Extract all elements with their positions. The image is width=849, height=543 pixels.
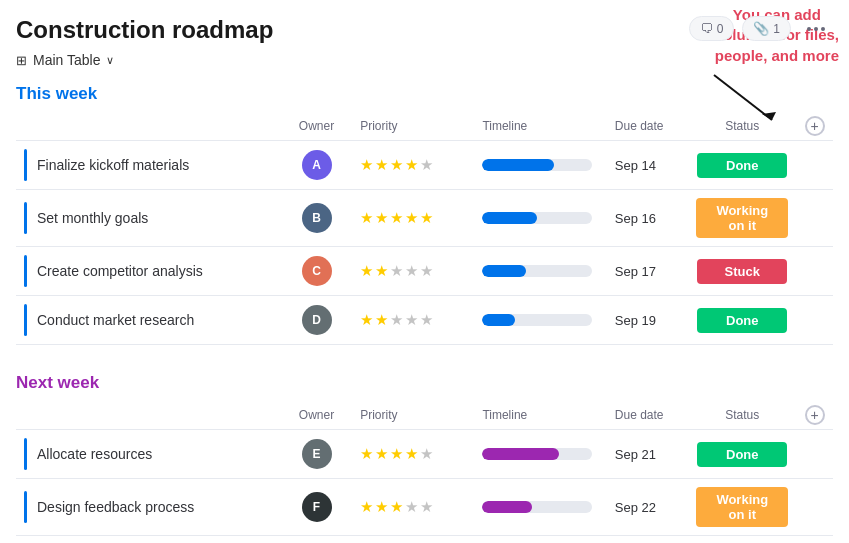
col-header-duedate-nw: Due date	[607, 401, 688, 430]
star-filled: ★	[420, 209, 433, 227]
star-empty: ★	[405, 311, 418, 329]
duedate-cell: Sep 19	[607, 296, 688, 345]
comments-control[interactable]: 🗨 0	[689, 16, 735, 41]
add-column-button-nextweek[interactable]: +	[805, 405, 825, 425]
star-filled: ★	[360, 311, 373, 329]
timeline-bar	[482, 212, 592, 224]
status-cell: Done	[688, 430, 796, 479]
status-badge[interactable]: Done	[697, 442, 787, 467]
timeline-fill	[482, 448, 559, 460]
due-date-text: Sep 21	[615, 447, 656, 462]
due-date-text: Sep 22	[615, 500, 656, 515]
status-badge[interactable]: Working on it	[696, 487, 788, 527]
table-row[interactable]: Set monthly goals B ★★★★★ Sep 16 Working…	[16, 190, 833, 247]
comments-count: 0	[717, 22, 724, 36]
due-date-text: Sep 17	[615, 264, 656, 279]
annotation-arrow	[704, 70, 784, 128]
timeline-cell	[474, 296, 606, 345]
star-empty: ★	[405, 498, 418, 516]
star-rating: ★★★★★	[360, 445, 466, 463]
status-cell: Done	[688, 141, 796, 190]
priority-cell: ★★★★★	[352, 296, 474, 345]
timeline-fill	[482, 501, 532, 513]
more-options-button[interactable]	[799, 23, 833, 35]
col-header-timeline: Timeline	[474, 112, 606, 141]
avatar: D	[302, 305, 332, 335]
star-filled: ★	[375, 311, 388, 329]
star-empty: ★	[420, 156, 433, 174]
this-week-table: Owner Priority Timeline Due date Status …	[16, 112, 833, 345]
priority-cell: ★★★★★	[352, 247, 474, 296]
task-bar	[24, 304, 27, 336]
table-row[interactable]: Allocate resources E ★★★★★ Sep 21 Done	[16, 430, 833, 479]
star-filled: ★	[360, 209, 373, 227]
col-header-duedate: Due date	[607, 112, 688, 141]
star-filled: ★	[360, 445, 373, 463]
task-bar	[24, 202, 27, 234]
star-rating: ★★★★★	[360, 209, 466, 227]
table-row[interactable]: Develop communication plan G ★★★★★ Sep 2…	[16, 536, 833, 544]
status-cell: Working on it	[688, 479, 796, 536]
avatar: F	[302, 492, 332, 522]
table-row[interactable]: Create competitor analysis C ★★★★★ Sep 1…	[16, 247, 833, 296]
status-badge[interactable]: Done	[697, 308, 787, 333]
task-cell: Create competitor analysis	[16, 247, 281, 296]
timeline-bar	[482, 265, 592, 277]
duedate-cell: Sep 14	[607, 141, 688, 190]
due-date-text: Sep 19	[615, 313, 656, 328]
priority-cell: ★★★★★	[352, 536, 474, 544]
task-cell: Allocate resources	[16, 430, 281, 479]
table-name: Main Table	[33, 52, 100, 68]
status-badge[interactable]: Stuck	[697, 259, 787, 284]
row-add-cell	[796, 247, 833, 296]
dot3	[821, 27, 825, 31]
star-filled: ★	[375, 445, 388, 463]
col-header-priority-nw: Priority	[352, 401, 474, 430]
star-filled: ★	[360, 262, 373, 280]
avatar: E	[302, 439, 332, 469]
star-filled: ★	[375, 209, 388, 227]
row-add-cell	[796, 190, 833, 247]
star-rating: ★★★★★	[360, 498, 466, 516]
owner-cell: D	[281, 296, 352, 345]
col-header-owner-nw: Owner	[281, 401, 352, 430]
owner-cell: B	[281, 190, 352, 247]
star-filled: ★	[375, 156, 388, 174]
star-filled: ★	[390, 209, 403, 227]
timeline-cell	[474, 190, 606, 247]
star-filled: ★	[405, 156, 418, 174]
status-badge[interactable]: Working on it	[696, 198, 788, 238]
star-empty: ★	[405, 262, 418, 280]
row-add-cell	[796, 430, 833, 479]
star-rating: ★★★★★	[360, 262, 466, 280]
table-row[interactable]: Finalize kickoff materials A ★★★★★ Sep 1…	[16, 141, 833, 190]
attach-count: 1	[773, 22, 780, 36]
status-cell: Stuck	[688, 536, 796, 544]
status-badge[interactable]: Done	[697, 153, 787, 178]
priority-cell: ★★★★★	[352, 141, 474, 190]
table-row[interactable]: Conduct market research D ★★★★★ Sep 19 D…	[16, 296, 833, 345]
star-filled: ★	[405, 209, 418, 227]
attach-control[interactable]: 📎 1	[742, 16, 791, 41]
avatar: B	[302, 203, 332, 233]
col-header-add-nw: +	[796, 401, 833, 430]
dot1	[807, 27, 811, 31]
star-filled: ★	[390, 498, 403, 516]
table-icon: ⊞	[16, 53, 27, 68]
task-name: Set monthly goals	[37, 210, 148, 226]
due-date-text: Sep 16	[615, 211, 656, 226]
col-header-owner: Owner	[281, 112, 352, 141]
task-name: Conduct market research	[37, 312, 194, 328]
timeline-cell	[474, 247, 606, 296]
star-filled: ★	[375, 498, 388, 516]
timeline-bar	[482, 159, 592, 171]
table-row[interactable]: Design feedback process F ★★★★★ Sep 22 W…	[16, 479, 833, 536]
comments-icon: 🗨	[700, 21, 713, 36]
duedate-cell: Sep 16	[607, 190, 688, 247]
priority-cell: ★★★★★	[352, 190, 474, 247]
task-cell: Set monthly goals	[16, 190, 281, 247]
star-empty: ★	[420, 445, 433, 463]
next-week-section-header: Next week	[16, 373, 833, 393]
attach-icon: 📎	[753, 21, 769, 36]
owner-cell: A	[281, 141, 352, 190]
